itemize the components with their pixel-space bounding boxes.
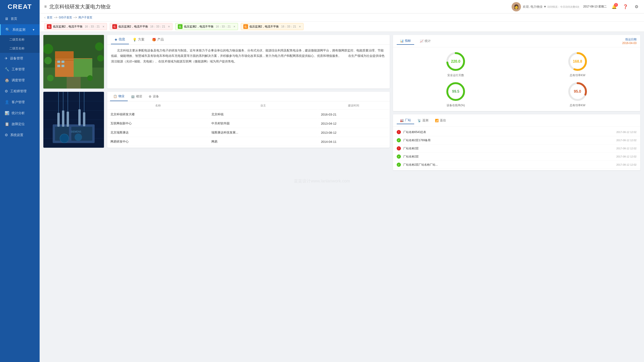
sidebar-item-home[interactable]: 🖥 首页 [0, 13, 40, 24]
user-info: 欢迎, 电力物业 ▼ 访问情况：今日访问次数6次 [523, 5, 580, 9]
breadcrumb-sep1: --> [54, 16, 57, 19]
info-tab-info[interactable]: ◈ 信息 [111, 35, 129, 44]
product-icon: 🎁 [152, 38, 156, 41]
table-cell: 2013-04-12 [318, 119, 389, 128]
sidebar-label-engineer: 工程师管理 [10, 89, 26, 93]
station-tab-site[interactable]: 🏭 厂站 [397, 117, 414, 124]
sidebar-item-fault[interactable]: 📋 故障定位 [0, 119, 40, 129]
station-site-icon: 🏭 [400, 119, 404, 122]
station-item[interactable]: ✓厂站名称2层2017-08-12 12:02 [393, 153, 640, 161]
sidebar-item-stats[interactable]: 📊 统计分析 [0, 108, 40, 119]
alert-time-4: 16：33：21 [281, 25, 296, 29]
home-icon: 🖥 [5, 17, 8, 21]
alert-item-1: 低 低压监测2，电流不平衡 16：33：21 × [44, 23, 107, 30]
breadcrumb-gis[interactable]: GIS子首页 [59, 15, 72, 19]
sidebar-sub-item-2[interactable]: 二级页名称 [0, 44, 40, 53]
station-panel: 🏭 厂站 📡 遥测 📶 遥信 !厂站名称6543总表2017 [393, 114, 640, 170]
metrics-tab-index[interactable]: 📊 指标 [397, 37, 414, 45]
table-cell: 互联网创新中心 [108, 119, 208, 128]
breadcrumb: ‹ 首页 --> GIS子首页 --> 用户子首页 [40, 13, 644, 22]
metric-total-power1: 168.8 总有功率KW [518, 51, 636, 77]
main-content: ◈ 信息 💡 方案 🎁 产品 北 [40, 32, 644, 362]
station-tab-telemetry[interactable]: 📡 遥测 [414, 117, 432, 124]
property-tab-device[interactable]: ⚙ 设备 [146, 92, 162, 101]
alert-time-1: 16：33：21 [85, 25, 100, 29]
table-cell: 网易 [208, 137, 318, 146]
alert-close-4[interactable]: × [299, 25, 301, 28]
station-item[interactable]: !厂站名称2层2017-08-12 12:02 [393, 144, 640, 153]
customer-icon: 👤 [5, 100, 9, 104]
safe-days-label: 安全运行天数 [447, 73, 464, 77]
monitor-icon: 🔍 [5, 27, 10, 32]
station-status-error: ! [397, 130, 401, 134]
user-welcome[interactable]: 欢迎, 电力物业 ▼ [523, 5, 546, 8]
svg-point-33 [74, 133, 82, 141]
station-item[interactable]: ✓厂站名称2层1769备用2017-08-12 12:02 [393, 136, 640, 144]
metrics-stats-icon: 📈 [420, 39, 424, 43]
station-list: !厂站名称6543总表2017-08-12 12:02✓厂站名称2层1769备用… [393, 127, 640, 170]
info-tabs: ◈ 信息 💡 方案 🎁 产品 [107, 35, 390, 44]
menu-icon[interactable]: ≡ [44, 4, 47, 9]
date-display: 2017-08-13 星期二 [583, 5, 607, 8]
floor-icon: 🏢 [131, 95, 135, 98]
sidebar-item-monitor[interactable]: 🔍 系统监测 ▼ [0, 24, 40, 35]
schedule-icon: 🏠 [5, 78, 9, 82]
sidebar-item-engineer[interactable]: ⚙ 工程师管理 [0, 86, 40, 97]
help-button[interactable]: ❓ [622, 3, 629, 10]
sidebar-sub-label-2: 二级页名称 [9, 46, 24, 50]
info-tab-product[interactable]: 🎁 产品 [148, 35, 168, 44]
info-tab-plan[interactable]: 💡 方案 [129, 35, 148, 44]
online-rate-value: 99.5 [452, 89, 459, 94]
alert-icon-4: 低 [243, 24, 248, 29]
breadcrumb-sep2: --> [74, 16, 77, 19]
breadcrumb-home[interactable]: 首页 [47, 15, 52, 19]
property-tab-property[interactable]: 📋 物业 [110, 92, 128, 101]
station-item[interactable]: !厂站名称6543总表2017-08-12 12:02 [393, 128, 640, 136]
total-power2-label: 总有功率KW [570, 103, 585, 107]
metrics-header: 📊 指标 📈 统计 投运日期 2016-04-03 [393, 35, 640, 47]
station-item[interactable]: ✓厂站名称2层厂站名称厂站...2017-08-12 12:02 [393, 161, 640, 169]
page-title: 北京科锐研发大厦电力物业 [49, 3, 111, 10]
table-row[interactable]: 互联网创新中心中关村软件园2013-04-12 [108, 119, 389, 128]
alert-close-2[interactable]: × [168, 25, 170, 28]
table-cell: 北京瑞斯康达 [108, 128, 208, 137]
alert-item-2: 低 低压监测2，电流不平衡 16：33：21 × [110, 23, 172, 30]
notification-button[interactable]: 🔔 5 [610, 3, 618, 10]
station-signal-icon: 📶 [435, 119, 439, 122]
metrics-panel: 📊 指标 📈 统计 投运日期 2016-04-03 [393, 35, 640, 111]
table-cell: 中关村软件园 [208, 119, 318, 128]
header-right: 👩 欢迎, 电力物业 ▼ 访问情况：今日访问次数6次 2017-08-13 星期… [512, 2, 640, 11]
alert-close-1[interactable]: × [102, 25, 104, 28]
station-name: 厂站名称2层 [403, 146, 614, 150]
metrics-tab-stats[interactable]: 📈 统计 [416, 37, 434, 44]
station-status-ok: ✓ [397, 138, 401, 142]
table-row[interactable]: 北京瑞斯康达瑞斯康达科技发展...2013-08-12 [108, 128, 389, 137]
sidebar-item-customer[interactable]: 👤 客户管理 [0, 97, 40, 108]
station-time: 2017-08-12 12:02 [616, 131, 636, 133]
sidebar-sub-item-1[interactable]: 二级页名称 [0, 35, 40, 44]
station-tab-signal[interactable]: 📶 遥信 [432, 117, 449, 124]
safe-days-text: 220.0 [451, 59, 460, 64]
settings-button[interactable]: ⚙ [633, 3, 640, 10]
sidebar-item-syssettings[interactable]: ⚙ 系统设置 [0, 129, 40, 140]
total-power2-value: 95.0 [574, 89, 581, 94]
logo-area: CREAT [0, 0, 40, 13]
table-row[interactable]: 网易研发中心网易2014-04-11 [108, 137, 389, 146]
online-rate-label: 设备在线率(%) [446, 103, 465, 107]
sidebar-item-schedule[interactable]: 🏠 调度管理 [0, 75, 40, 86]
sidebar-item-workorder[interactable]: 🔧 工单管理 [0, 64, 40, 75]
sidebar-item-device[interactable]: ✈ 设备管理 [0, 53, 40, 64]
station-name: 厂站名称2层厂站名称厂站... [403, 163, 614, 167]
breadcrumb-user[interactable]: 用户子首页 [78, 15, 92, 19]
svg-point-11 [95, 42, 104, 51]
property-tab-floor[interactable]: 🏢 楼层 [128, 92, 146, 101]
breadcrumb-arrow-left[interactable]: ‹ [44, 15, 46, 19]
total-power1-text: 168.8 [573, 59, 582, 64]
sidebar-label-schedule: 调度管理 [12, 78, 25, 82]
fault-icon: 📋 [5, 122, 9, 126]
station-time: 2017-08-12 12:02 [616, 155, 636, 158]
table-row[interactable]: 北京科锐研发大楼北京科锐2016-03-21 [108, 110, 389, 119]
workorder-icon: 🔧 [5, 67, 9, 71]
alert-close-3[interactable]: × [234, 25, 236, 28]
svg-rect-5 [74, 59, 92, 77]
